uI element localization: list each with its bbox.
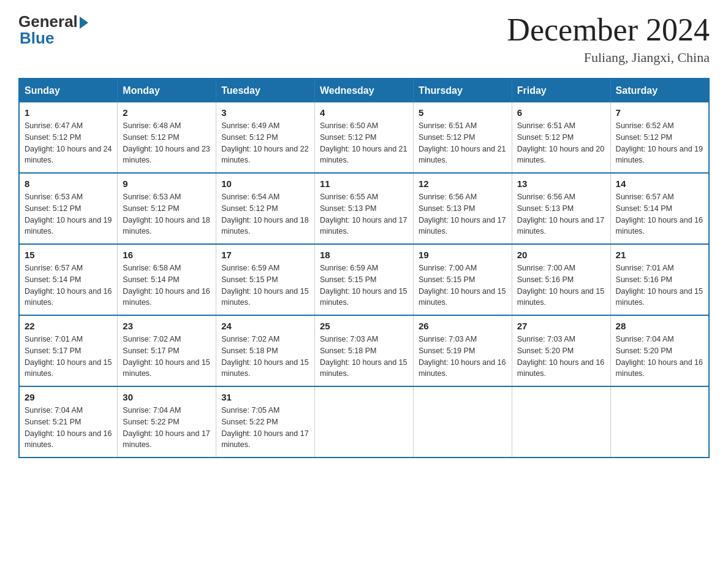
calendar-cell: 5Sunrise: 6:51 AMSunset: 5:12 PMDaylight…	[413, 102, 512, 173]
day-info: Sunrise: 6:54 AMSunset: 5:12 PMDaylight:…	[221, 191, 309, 237]
day-info: Sunrise: 7:03 AMSunset: 5:20 PMDaylight:…	[517, 334, 605, 380]
day-info: Sunrise: 7:02 AMSunset: 5:17 PMDaylight:…	[123, 334, 211, 380]
day-info: Sunrise: 6:51 AMSunset: 5:12 PMDaylight:…	[517, 120, 605, 166]
calendar-cell	[512, 386, 610, 458]
day-number: 4	[320, 107, 408, 118]
day-info: Sunrise: 7:00 AMSunset: 5:16 PMDaylight:…	[517, 262, 605, 308]
day-info: Sunrise: 6:59 AMSunset: 5:15 PMDaylight:…	[320, 262, 408, 308]
calendar-cell: 19Sunrise: 7:00 AMSunset: 5:15 PMDayligh…	[413, 244, 512, 315]
calendar-cell	[610, 386, 709, 458]
day-number: 11	[320, 178, 408, 189]
day-number: 28	[616, 321, 703, 331]
day-number: 9	[123, 178, 211, 189]
calendar-week-row: 8Sunrise: 6:53 AMSunset: 5:12 PMDaylight…	[19, 173, 709, 244]
day-info: Sunrise: 6:59 AMSunset: 5:15 PMDaylight:…	[221, 262, 309, 308]
day-info: Sunrise: 7:01 AMSunset: 5:17 PMDaylight:…	[25, 334, 112, 380]
day-of-week-tuesday: Tuesday	[216, 79, 315, 102]
day-info: Sunrise: 6:52 AMSunset: 5:12 PMDaylight:…	[616, 120, 703, 166]
day-info: Sunrise: 6:51 AMSunset: 5:12 PMDaylight:…	[419, 120, 507, 166]
day-number: 5	[419, 107, 507, 118]
calendar-week-row: 29Sunrise: 7:04 AMSunset: 5:21 PMDayligh…	[19, 386, 709, 458]
day-info: Sunrise: 7:05 AMSunset: 5:22 PMDaylight:…	[221, 405, 309, 451]
day-info: Sunrise: 7:02 AMSunset: 5:18 PMDaylight:…	[221, 334, 309, 380]
day-info: Sunrise: 6:55 AMSunset: 5:13 PMDaylight:…	[320, 191, 408, 237]
day-info: Sunrise: 7:01 AMSunset: 5:16 PMDaylight:…	[616, 262, 703, 308]
day-number: 10	[221, 178, 309, 189]
day-info: Sunrise: 6:50 AMSunset: 5:12 PMDaylight:…	[320, 120, 408, 166]
month-title: December 2024	[507, 12, 710, 47]
calendar-week-row: 15Sunrise: 6:57 AMSunset: 5:14 PMDayligh…	[19, 244, 709, 315]
calendar-cell: 26Sunrise: 7:03 AMSunset: 5:19 PMDayligh…	[413, 315, 512, 386]
logo: General Blue	[18, 12, 88, 48]
day-number: 1	[25, 107, 112, 118]
logo-arrow-icon	[80, 17, 88, 29]
day-info: Sunrise: 7:03 AMSunset: 5:19 PMDaylight:…	[419, 334, 507, 380]
location-title: Fuliang, Jiangxi, China	[507, 50, 710, 66]
calendar-cell: 3Sunrise: 6:49 AMSunset: 5:12 PMDaylight…	[216, 102, 315, 173]
day-number: 13	[517, 178, 605, 189]
day-number: 7	[616, 107, 703, 118]
day-info: Sunrise: 7:00 AMSunset: 5:15 PMDaylight:…	[419, 262, 507, 308]
day-number: 27	[517, 321, 605, 331]
calendar-cell: 7Sunrise: 6:52 AMSunset: 5:12 PMDaylight…	[610, 102, 709, 173]
calendar-cell	[413, 386, 512, 458]
calendar-cell: 15Sunrise: 6:57 AMSunset: 5:14 PMDayligh…	[19, 244, 118, 315]
calendar-cell: 22Sunrise: 7:01 AMSunset: 5:17 PMDayligh…	[19, 315, 118, 386]
page-header: General Blue December 2024 Fuliang, Jian…	[18, 12, 710, 66]
calendar-cell: 6Sunrise: 6:51 AMSunset: 5:12 PMDaylight…	[512, 102, 610, 173]
calendar-cell: 31Sunrise: 7:05 AMSunset: 5:22 PMDayligh…	[216, 386, 315, 458]
day-info: Sunrise: 7:04 AMSunset: 5:21 PMDaylight:…	[25, 405, 112, 451]
day-info: Sunrise: 6:53 AMSunset: 5:12 PMDaylight:…	[123, 191, 211, 237]
calendar-table: SundayMondayTuesdayWednesdayThursdayFrid…	[18, 78, 710, 458]
calendar-cell: 23Sunrise: 7:02 AMSunset: 5:17 PMDayligh…	[118, 315, 216, 386]
day-info: Sunrise: 7:04 AMSunset: 5:22 PMDaylight:…	[123, 405, 211, 451]
day-number: 29	[25, 392, 112, 402]
calendar-cell: 2Sunrise: 6:48 AMSunset: 5:12 PMDaylight…	[118, 102, 216, 173]
day-of-week-sunday: Sunday	[19, 79, 118, 102]
day-info: Sunrise: 6:56 AMSunset: 5:13 PMDaylight:…	[517, 191, 605, 237]
day-number: 31	[221, 392, 309, 402]
day-info: Sunrise: 7:04 AMSunset: 5:20 PMDaylight:…	[616, 334, 703, 380]
day-info: Sunrise: 6:56 AMSunset: 5:13 PMDaylight:…	[419, 191, 507, 237]
day-number: 23	[123, 321, 211, 331]
calendar-cell: 21Sunrise: 7:01 AMSunset: 5:16 PMDayligh…	[610, 244, 709, 315]
day-number: 15	[25, 250, 112, 260]
calendar-cell: 13Sunrise: 6:56 AMSunset: 5:13 PMDayligh…	[512, 173, 610, 244]
day-of-week-monday: Monday	[118, 79, 216, 102]
day-of-week-saturday: Saturday	[610, 79, 709, 102]
day-number: 22	[25, 321, 112, 331]
calendar-cell: 10Sunrise: 6:54 AMSunset: 5:12 PMDayligh…	[216, 173, 315, 244]
day-info: Sunrise: 6:57 AMSunset: 5:14 PMDaylight:…	[25, 262, 112, 308]
day-info: Sunrise: 6:57 AMSunset: 5:14 PMDaylight:…	[616, 191, 703, 237]
day-number: 8	[25, 178, 112, 189]
day-number: 24	[221, 321, 309, 331]
day-info: Sunrise: 6:47 AMSunset: 5:12 PMDaylight:…	[25, 120, 112, 166]
day-number: 18	[320, 250, 408, 260]
day-number: 12	[419, 178, 507, 189]
calendar-cell: 20Sunrise: 7:00 AMSunset: 5:16 PMDayligh…	[512, 244, 610, 315]
day-number: 17	[221, 250, 309, 260]
calendar-cell: 4Sunrise: 6:50 AMSunset: 5:12 PMDaylight…	[315, 102, 414, 173]
calendar-cell: 12Sunrise: 6:56 AMSunset: 5:13 PMDayligh…	[413, 173, 512, 244]
calendar-cell: 1Sunrise: 6:47 AMSunset: 5:12 PMDaylight…	[19, 102, 118, 173]
day-info: Sunrise: 6:58 AMSunset: 5:14 PMDaylight:…	[123, 262, 211, 308]
day-number: 14	[616, 178, 703, 189]
calendar-cell: 28Sunrise: 7:04 AMSunset: 5:20 PMDayligh…	[610, 315, 709, 386]
title-section: December 2024 Fuliang, Jiangxi, China	[507, 12, 710, 66]
calendar-week-row: 22Sunrise: 7:01 AMSunset: 5:17 PMDayligh…	[19, 315, 709, 386]
day-number: 6	[517, 107, 605, 118]
day-info: Sunrise: 6:49 AMSunset: 5:12 PMDaylight:…	[221, 120, 309, 166]
day-info: Sunrise: 7:03 AMSunset: 5:18 PMDaylight:…	[320, 334, 408, 380]
day-number: 16	[123, 250, 211, 260]
day-number: 30	[123, 392, 211, 402]
day-of-week-friday: Friday	[512, 79, 610, 102]
day-of-week-wednesday: Wednesday	[315, 79, 414, 102]
day-info: Sunrise: 6:48 AMSunset: 5:12 PMDaylight:…	[123, 120, 211, 166]
day-of-week-thursday: Thursday	[413, 79, 512, 102]
day-info: Sunrise: 6:53 AMSunset: 5:12 PMDaylight:…	[25, 191, 112, 237]
calendar-cell: 24Sunrise: 7:02 AMSunset: 5:18 PMDayligh…	[216, 315, 315, 386]
logo-blue-text: Blue	[18, 29, 54, 48]
day-number: 20	[517, 250, 605, 260]
day-number: 19	[419, 250, 507, 260]
day-number: 2	[123, 107, 211, 118]
